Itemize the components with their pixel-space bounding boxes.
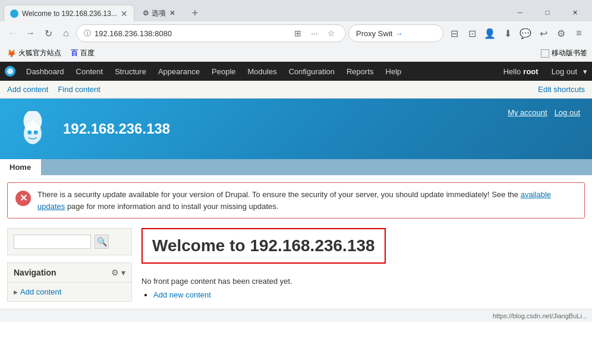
nav-item-help[interactable]: Help (380, 62, 408, 81)
url-actions: ⊞ ··· ☆ (291, 26, 338, 40)
bookmarks-bar: 🦊 火狐官方站点 百 百度 移动版书签 (0, 45, 592, 62)
welcome-desc: No front page content has been created y… (141, 277, 585, 286)
nav-widget-header: Navigation ⚙ ▾ (8, 263, 131, 283)
username-text: root (523, 67, 538, 76)
nav-item-reports[interactable]: Reports (341, 62, 380, 81)
tab-close-settings[interactable]: ✕ (169, 9, 175, 17)
nav-item-structure[interactable]: Structure (109, 62, 152, 81)
status-bar: https://blog.csdn.net/JiangBuLi... (0, 309, 592, 322)
site-title: 192.168.236.138 (63, 121, 170, 137)
url-bar[interactable]: ⓘ 192.168.236.138:8080 ⊞ ··· ☆ (76, 24, 346, 42)
nav-item-modules[interactable]: Modules (242, 62, 283, 81)
url-text: 192.168.236.138:8080 (95, 29, 291, 38)
refresh-button[interactable]: ↻ (40, 26, 56, 41)
alert-error-icon: ✕ (15, 190, 32, 207)
security-alert: ✕ There is a security update available f… (7, 182, 585, 219)
star-icon[interactable]: ☆ (324, 26, 338, 40)
svg-text:✕: ✕ (20, 193, 27, 203)
search-widget: 🔍 (7, 228, 132, 255)
search-bar[interactable]: Proxy Swit → (348, 24, 443, 42)
new-tab-button[interactable]: + (187, 5, 203, 21)
toolbar-left-links: Add content Find content (7, 85, 100, 94)
tab-favicon (10, 10, 18, 18)
back-button[interactable]: ← (5, 26, 20, 41)
more-icon[interactable]: ··· (307, 26, 322, 40)
status-url: https://blog.csdn.net/JiangBuLi... (493, 312, 587, 319)
my-account-link[interactable]: My account (508, 108, 547, 117)
bookmark-label-baidu: 百度 (80, 48, 95, 58)
lock-icon: ⓘ (84, 29, 91, 39)
main-content: 🔍 Navigation ⚙ ▾ Add content Welcome to … (7, 228, 585, 302)
add-content-link[interactable]: Add content (7, 85, 48, 94)
nav-item-configuration[interactable]: Configuration (283, 62, 341, 81)
site-header: 192.168.236.138 My account Log out (0, 99, 592, 159)
history-icon[interactable]: ↩ (535, 25, 552, 42)
welcome-box: Welcome to 192.168.236.138 (141, 228, 386, 264)
tab-title-drupal: Welcome to 192.168.236.13... (22, 10, 117, 18)
nav-item-appearance[interactable]: Appearance (152, 62, 206, 81)
search-input[interactable] (14, 235, 91, 249)
search-text: Proxy Swit (356, 29, 392, 38)
hello-text: Hello (503, 67, 524, 76)
svg-point-0 (7, 68, 13, 74)
alert-message-after: page for more information and to install… (67, 202, 279, 211)
checkbox-icon (541, 49, 549, 58)
tab-close-drupal[interactable]: ✕ (121, 9, 128, 18)
mobile-bookmark[interactable]: 移动版书签 (541, 48, 587, 58)
settings-tab-title: 选项 (152, 8, 166, 18)
mobile-bookmark-label: 移动版书签 (552, 48, 587, 58)
chat-icon[interactable]: 💬 (517, 25, 534, 42)
content-list: Add new content (141, 290, 585, 299)
minimize-button[interactable]: ─ (506, 4, 534, 21)
nav-item-dashboard[interactable]: Dashboard (20, 62, 70, 81)
qr-icon[interactable]: ⊞ (291, 26, 305, 40)
tab-bar: Welcome to 192.168.236.13... ✕ ⚙ 选项 ✕ + … (0, 0, 592, 21)
tab-drupal[interactable]: Welcome to 192.168.236.13... ✕ (4, 5, 134, 21)
content-list-item: Add new content (153, 290, 585, 299)
nav-widget-content: Add content (8, 283, 131, 301)
dropdown-arrow-icon[interactable]: ▾ (583, 67, 587, 76)
svg-point-2 (27, 131, 32, 135)
site-header-right: My account Log out (508, 108, 580, 117)
nav-add-content-link[interactable]: Add content (14, 287, 125, 296)
tab-settings[interactable]: ⚙ 选项 ✕ (137, 5, 184, 21)
secondary-toolbar: Add content Find content Edit shortcuts (0, 81, 592, 99)
log-out-link[interactable]: Log out (555, 108, 580, 117)
window-controls: ─ □ ✕ (506, 4, 588, 21)
find-content-link[interactable]: Find content (58, 85, 100, 94)
edit-shortcuts-link[interactable]: Edit shortcuts (538, 85, 585, 94)
svg-point-3 (34, 131, 38, 135)
drupal-admin-bar: Dashboard Content Structure Appearance P… (0, 62, 592, 81)
browser-window: Welcome to 192.168.236.13... ✕ ⚙ 选项 ✕ + … (0, 0, 592, 322)
alert-text: There is a security update available for… (37, 189, 577, 212)
search-button[interactable]: 🔍 (95, 235, 109, 249)
download-icon[interactable]: ⬇ (499, 25, 516, 42)
tab-home[interactable]: Home (0, 159, 41, 175)
maximize-button[interactable]: □ (534, 4, 561, 21)
nav-item-content[interactable]: Content (70, 62, 109, 81)
drupal-logo (12, 108, 53, 150)
account-icon[interactable]: 👤 (481, 25, 498, 42)
close-button[interactable]: ✕ (561, 4, 588, 21)
alert-message-before: There is a security update available for… (37, 190, 518, 199)
nav-widget-gear-icon[interactable]: ⚙ ▾ (111, 268, 125, 277)
bookmark-firefox[interactable]: 🦊 火狐官方站点 (5, 47, 64, 59)
forward-button[interactable]: → (23, 26, 38, 41)
tab-sync-icon[interactable]: ⊡ (464, 25, 480, 42)
add-new-content-link[interactable]: Add new content (153, 290, 211, 299)
bookmark-label-firefox: 火狐官方站点 (18, 48, 61, 58)
nav-widget-title: Navigation (14, 268, 56, 277)
bookmark-baidu[interactable]: 百 百度 (68, 47, 97, 59)
navigation-widget: Navigation ⚙ ▾ Add content (7, 262, 132, 302)
bookmark-icon-baidu: 百 (71, 48, 78, 58)
welcome-title: Welcome to 192.168.236.138 (152, 236, 375, 255)
search-arrow-icon: → (395, 29, 402, 38)
settings-icon[interactable]: ⚙ (553, 25, 569, 42)
library-icon[interactable]: ⊟ (446, 25, 462, 42)
bookmark-icon-firefox: 🦊 (7, 49, 16, 58)
home-button[interactable]: ⌂ (58, 26, 74, 41)
menu-icon[interactable]: ≡ (571, 25, 587, 42)
nav-item-people[interactable]: People (206, 62, 241, 81)
logout-link[interactable]: Log out (546, 62, 583, 81)
address-bar: ← → ↻ ⌂ ⓘ 192.168.236.138:8080 ⊞ ··· ☆ P… (0, 21, 592, 45)
